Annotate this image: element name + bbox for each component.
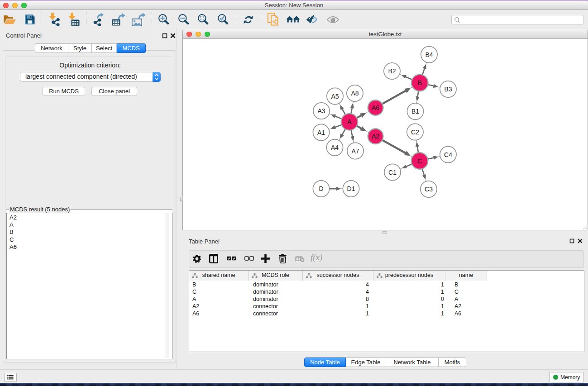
svg-text:D1: D1 bbox=[347, 185, 355, 192]
svg-text:B4: B4 bbox=[425, 51, 433, 58]
svg-text:C4: C4 bbox=[444, 151, 452, 158]
svg-text:A5: A5 bbox=[331, 93, 339, 100]
svg-text:A8: A8 bbox=[351, 90, 359, 97]
svg-text:A6: A6 bbox=[372, 104, 379, 111]
svg-text:D: D bbox=[319, 185, 323, 192]
svg-text:B2: B2 bbox=[388, 67, 396, 75]
svg-text:A: A bbox=[347, 118, 352, 125]
svg-text:A4: A4 bbox=[331, 144, 339, 151]
svg-text:A1: A1 bbox=[317, 129, 325, 136]
svg-text:C: C bbox=[417, 157, 422, 165]
svg-text:A7: A7 bbox=[351, 148, 359, 155]
svg-text:C2: C2 bbox=[411, 129, 419, 136]
svg-text:A2: A2 bbox=[372, 133, 379, 140]
svg-text:B3: B3 bbox=[444, 86, 452, 93]
svg-text:C1: C1 bbox=[388, 169, 397, 176]
svg-text:B: B bbox=[418, 79, 422, 86]
svg-text:A3: A3 bbox=[317, 107, 325, 114]
svg-text:B1: B1 bbox=[411, 108, 419, 115]
svg-text:C3: C3 bbox=[425, 186, 433, 193]
